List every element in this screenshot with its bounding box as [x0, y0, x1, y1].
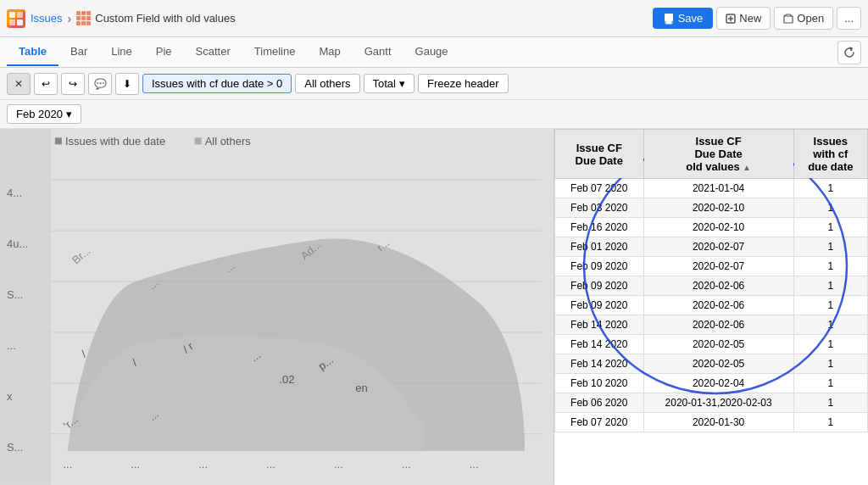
table-row: Feb 14 20202020-02-051	[555, 354, 868, 374]
chart-svg: 4... 4u... S... ... x S... ... ... ... .…	[0, 129, 554, 485]
cell-old-values: 2020-02-05	[643, 335, 793, 354]
col-header-issues-cf[interactable]: Issueswith cfdue date	[793, 130, 867, 179]
svg-rect-45	[55, 137, 62, 144]
svg-text:...: ...	[402, 458, 411, 471]
filter-issues-cf-button[interactable]: Issues with cf due date > 0	[142, 74, 292, 93]
open-button[interactable]: Open	[774, 7, 833, 30]
cell-due-date: Feb 09 2020	[555, 257, 644, 276]
cell-issues-cf: 1	[793, 276, 867, 296]
cell-old-values: 2020-02-10	[643, 218, 793, 237]
cell-issues-cf: 1	[793, 393, 867, 413]
svg-text:4u...: 4u...	[7, 237, 28, 250]
filter-all-others-button[interactable]: All others	[295, 74, 359, 93]
tab-gauge[interactable]: Gauge	[403, 38, 460, 66]
svg-rect-3	[17, 20, 23, 25]
tab-pie[interactable]: Pie	[144, 38, 184, 66]
cell-due-date: Feb 03 2020	[555, 198, 644, 218]
col-header-old-values[interactable]: Issue CFDue Dateold values ▲	[643, 130, 793, 179]
svg-text:4...: 4...	[7, 187, 22, 199]
redo-button[interactable]: ↪	[61, 73, 85, 95]
svg-rect-47	[195, 137, 202, 144]
cell-due-date: Feb 14 2020	[555, 354, 644, 374]
cell-old-values: 2020-02-07	[643, 237, 793, 257]
cell-due-date: Feb 09 2020	[555, 276, 644, 296]
data-table: Issue CFDue Date Issue CFDue Dateold val…	[554, 129, 868, 432]
header-left: Issues › Custom Field with old values	[7, 9, 653, 28]
chart-panel: 4... 4u... S... ... x S... ... ... ... .…	[0, 129, 554, 485]
table-row: Feb 06 20202020-01-31,2020-02-031	[555, 393, 868, 413]
cell-issues-cf: 1	[793, 257, 867, 276]
chart-area: 4... 4u... S... ... x S... ... ... ... .…	[0, 129, 554, 485]
table-row: Feb 10 20202020-02-041	[555, 374, 868, 393]
table-row: Feb 14 20202020-02-051	[555, 335, 868, 354]
tab-line[interactable]: Line	[99, 38, 144, 66]
cell-old-values: 2020-02-07	[643, 257, 793, 276]
table-row: Feb 09 20202020-02-061	[555, 296, 868, 315]
tab-bar[interactable]: Bar	[58, 38, 99, 66]
cell-old-values: 2020-02-05	[643, 354, 793, 374]
cell-issues-cf: 1	[793, 218, 867, 237]
svg-text:S...: S...	[7, 441, 23, 454]
current-report-title: Custom Field with old values	[95, 12, 235, 25]
cell-due-date: Feb 06 2020	[555, 393, 644, 413]
comment-button[interactable]: 💬	[88, 73, 112, 95]
svg-text:en: en	[355, 382, 367, 394]
cell-issues-cf: 1	[793, 237, 867, 257]
table-row: Feb 01 20202020-02-071	[555, 237, 868, 257]
svg-rect-17	[0, 129, 51, 484]
cell-issues-cf: 1	[793, 354, 867, 374]
cell-issues-cf: 1	[793, 413, 867, 432]
freeze-header-button[interactable]: Freeze header	[418, 74, 509, 93]
cell-due-date: Feb 09 2020	[555, 296, 644, 315]
header-bar: Issues › Custom Field with old values Sa…	[0, 0, 868, 37]
filter-total-button[interactable]: Total ▾	[364, 74, 415, 93]
tab-table[interactable]: Table	[7, 38, 58, 66]
download-button[interactable]: ⬇	[115, 73, 139, 95]
svg-text:...: ...	[7, 339, 16, 352]
refresh-button[interactable]	[837, 41, 861, 64]
svg-text:...: ...	[470, 458, 479, 471]
cell-old-values: 2020-02-10	[643, 198, 793, 218]
cell-issues-cf: 1	[793, 335, 867, 354]
main-content: 4... 4u... S... ... x S... ... ... ... .…	[0, 129, 868, 485]
date-chevron-icon: ▾	[66, 108, 72, 120]
cell-due-date: Feb 10 2020	[555, 374, 644, 393]
svg-rect-0	[9, 12, 15, 18]
cell-issues-cf: 1	[793, 198, 867, 218]
table-row: Feb 07 20202020-01-301	[555, 413, 868, 432]
table-row: Feb 09 20202020-02-071	[555, 257, 868, 276]
tab-bar: Table Bar Line Pie Scatter Timeline Map …	[0, 37, 868, 68]
date-filter-button[interactable]: Feb 2020 ▾	[7, 104, 81, 124]
svg-text:Issues with due date: Issues with due date	[65, 135, 165, 148]
cell-old-values: 2020-02-06	[643, 296, 793, 315]
more-options-button[interactable]: ...	[837, 7, 861, 30]
close-filter-button[interactable]: ✕	[7, 73, 31, 95]
svg-rect-2	[9, 20, 15, 25]
app-icon	[7, 9, 25, 28]
tab-timeline[interactable]: Timeline	[242, 38, 308, 66]
cell-old-values: 2020-01-30	[643, 413, 793, 432]
col-header-due-date[interactable]: Issue CFDue Date	[555, 130, 644, 179]
cell-due-date: Feb 16 2020	[555, 218, 644, 237]
cell-due-date: Feb 14 2020	[555, 315, 644, 335]
undo-button[interactable]: ↩	[34, 73, 58, 95]
toolbar: ✕ ↩ ↪ 💬 ⬇ Issues with cf due date > 0 Al…	[0, 68, 868, 100]
tab-map[interactable]: Map	[307, 38, 352, 66]
svg-text:.02: .02	[279, 373, 294, 386]
grid-view-icon	[76, 11, 92, 26]
sort-arrow-icon: ▲	[743, 163, 751, 172]
cell-issues-cf: 1	[793, 374, 867, 393]
save-button[interactable]: Save	[653, 8, 714, 29]
svg-text:All others: All others	[205, 135, 252, 148]
cell-issues-cf: 1	[793, 179, 867, 198]
cell-old-values: 2020-01-31,2020-02-03	[643, 393, 793, 413]
cell-old-values: 2020-02-06	[643, 315, 793, 335]
header-right: Save New Open ...	[653, 7, 861, 30]
breadcrumb-current: Custom Field with old values	[76, 11, 235, 26]
date-filter-bar: Feb 2020 ▾	[0, 100, 868, 129]
svg-text:x: x	[7, 390, 13, 403]
tab-gantt[interactable]: Gantt	[353, 38, 403, 66]
tab-scatter[interactable]: Scatter	[184, 38, 242, 66]
breadcrumb-issues[interactable]: Issues	[31, 12, 63, 25]
new-button[interactable]: New	[716, 7, 771, 30]
